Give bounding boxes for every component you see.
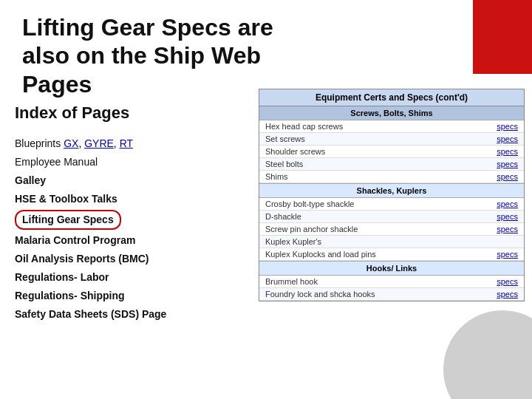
sidebar-item-hse: HSE & Toolbox Talks (15, 191, 259, 207)
panel-header: Equipment Certs and Specs (cont'd) (259, 89, 524, 106)
table-row: Brummel hookspecs (259, 276, 524, 288)
specs-link[interactable]: specs (497, 200, 518, 208)
heading-line3: Pages (22, 71, 92, 98)
blueprints-gyre-link[interactable]: GYRE (84, 137, 114, 149)
table-row: Steel boltsspecs (259, 158, 524, 171)
specs-link[interactable]: specs (497, 147, 518, 156)
specs-link[interactable]: specs (497, 277, 518, 286)
heading-line1: Lifting Gear Specs are (22, 14, 273, 41)
table-row: Screw pin anchor shacklespecs (259, 223, 524, 236)
blueprints-gx-link[interactable]: GX (64, 137, 78, 149)
specs-link[interactable]: specs (497, 290, 518, 299)
specs-link[interactable]: specs (497, 225, 518, 233)
sidebar-item-regulations-shipping: Regulations- Shipping (15, 288, 259, 304)
row-label: Kuplex Kupler's (265, 237, 321, 246)
table-row: Kuplex Kuplocks and load pinsspecs (259, 248, 524, 261)
row-label: Kuplex Kuplocks and load pins (265, 250, 376, 259)
sidebar-item-employee-manual: Employee Manual (15, 154, 259, 170)
section-screws-header: Screws, Bolts, Shims (259, 106, 524, 120)
specs-link[interactable]: specs (497, 134, 518, 143)
specs-link[interactable]: specs (497, 212, 518, 221)
decorative-circle (443, 310, 532, 399)
sidebar-item-galley: Galley (15, 173, 259, 188)
sidebar-item-malaria: Malaria Control Program (15, 233, 259, 248)
table-row: Kuplex Kupler's (259, 236, 524, 248)
row-label: Hex head cap screws (265, 122, 343, 131)
table-row: Set screwsspecs (259, 133, 524, 146)
sidebar-item-lifting-gear[interactable]: Lifting Gear Specs (15, 210, 259, 230)
section-hooks-header: Hooks/ Links (259, 261, 524, 276)
row-label: Brummel hook (265, 277, 318, 286)
sidebar-item-blueprints: Blueprints GX, GYRE, RT (15, 136, 259, 151)
specs-link[interactable]: specs (497, 250, 518, 259)
sidebar-item-sds: Safety Data Sheets (SDS) Page (15, 307, 259, 322)
blueprints-rt-link[interactable]: RT (120, 137, 133, 149)
sidebar-item-regulations-labor: Regulations- Labor (15, 270, 259, 285)
row-label: Set screws (265, 134, 305, 143)
row-label: Shims (265, 172, 288, 181)
row-label: Foundry lock and shcka hooks (265, 290, 375, 299)
row-label: Steel bolts (265, 160, 303, 168)
row-label: Crosby bolt-type shackle (265, 200, 354, 208)
main-heading: Lifting Gear Specs are also on the Ship … (22, 13, 273, 98)
table-row: D-shacklespecs (259, 211, 524, 223)
decorative-red-square (473, 0, 532, 74)
heading-line2: also on the Ship Web (22, 42, 261, 69)
specs-link[interactable]: specs (497, 160, 518, 168)
specs-link[interactable]: specs (497, 122, 518, 131)
row-label: Shoulder screws (265, 147, 325, 156)
specs-link[interactable]: specs (497, 172, 518, 181)
row-label: Screw pin anchor shackle (265, 225, 358, 233)
row-label: D-shackle (265, 212, 301, 221)
table-row: Foundry lock and shcka hooksspecs (259, 288, 524, 301)
table-row: Shoulder screwsspecs (259, 146, 524, 158)
table-row: Hex head cap screwsspecs (259, 120, 524, 133)
sidebar-title: Index of Pages (15, 103, 259, 123)
sidebar: Index of Pages Blueprints GX, GYRE, RT E… (15, 103, 259, 325)
table-row: Shimsspecs (259, 171, 524, 183)
table-row: Crosby bolt-type shacklespecs (259, 198, 524, 211)
right-panel: Equipment Certs and Specs (cont'd) Screw… (259, 89, 525, 301)
sidebar-item-oil-analysis: Oil Analysis Reports (BMC) (15, 251, 259, 267)
section-shackles-header: Shackles, Kuplers (259, 183, 524, 198)
